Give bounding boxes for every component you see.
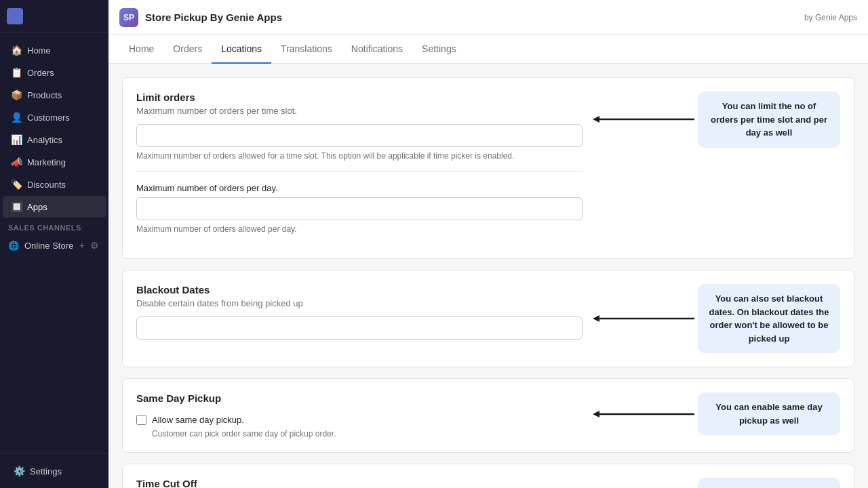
tab-orders[interactable]: Orders: [163, 35, 212, 64]
max-orders-day-hint: Maximum number of orders allowed per day…: [136, 224, 583, 234]
discounts-icon: 🏷️: [11, 179, 22, 190]
sales-channels-label: Sales channels: [8, 224, 81, 232]
sidebar-item-marketing[interactable]: 📣 Marketing: [3, 151, 106, 173]
same-day-tooltip-container: You can enable same day pickup as well: [589, 392, 840, 435]
blackout-dates-main: Blackout Dates Disable certain dates fro…: [136, 284, 583, 350]
blackout-dates-input[interactable]: [136, 317, 583, 340]
sidebar-footer: ⚙️ Settings: [0, 453, 108, 488]
orders-icon: 📋: [11, 67, 22, 78]
online-store-icon: 🌐: [8, 241, 19, 251]
limit-orders-tooltip-container: You can limit the no of orders per time …: [589, 92, 840, 148]
home-icon: 🏠: [11, 45, 22, 56]
sidebar-label-apps: Apps: [27, 202, 47, 212]
max-orders-day-input[interactable]: [136, 197, 583, 220]
sidebar: 🏠 Home 📋 Orders 📦 Products 👤 Customers 📊…: [0, 0, 108, 488]
topbar: SP Store Pickup By Genie Apps by Genie A…: [108, 0, 868, 35]
tab-home[interactable]: Home: [119, 35, 163, 64]
add-channel-button[interactable]: +: [78, 239, 86, 252]
tab-translations-label: Translations: [281, 43, 332, 54]
sales-channels-section: Sales channels: [0, 218, 108, 235]
time-cut-off-title: Time Cut Off: [136, 478, 583, 488]
time-cut-off-tooltip: You can also set time cut off. It means …: [698, 478, 840, 488]
sidebar-label-orders: Orders: [27, 68, 54, 78]
sidebar-item-products[interactable]: 📦 Products: [3, 84, 106, 106]
limit-orders-subtitle: Maximum number of orders per time slot.: [136, 106, 583, 116]
blackout-dates-subtitle: Disable certain dates from being picked …: [136, 298, 583, 308]
settings-icon: ⚙️: [14, 466, 24, 476]
tab-locations[interactable]: Locations: [212, 35, 271, 64]
max-orders-day-label: Maximum number of orders per day.: [136, 183, 583, 193]
customers-icon: 👤: [11, 112, 22, 123]
sidebar-item-apps[interactable]: 🔲 Apps: [3, 196, 106, 218]
sidebar-nav: 🏠 Home 📋 Orders 📦 Products 👤 Customers 📊…: [0, 33, 108, 453]
time-cut-off-tooltip-container: You can also set time cut off. It means …: [589, 478, 840, 488]
sidebar-item-discounts[interactable]: 🏷️ Discounts: [3, 174, 106, 195]
sidebar-item-home[interactable]: 🏠 Home: [3, 39, 106, 61]
same-day-tooltip: You can enable same day pickup as well: [698, 392, 840, 435]
same-day-checkbox[interactable]: [136, 415, 146, 425]
tab-translations[interactable]: Translations: [271, 35, 342, 64]
same-day-arrow: [589, 404, 698, 424]
sidebar-label-products: Products: [27, 90, 62, 100]
same-day-checkbox-row: Allow same day pickup.: [136, 415, 583, 425]
shopify-logo-icon: [7, 8, 23, 24]
same-day-pickup-main: Same Day Pickup Allow same day pickup. C…: [136, 392, 583, 439]
app-logo: SP: [119, 8, 138, 27]
blackout-dates-tooltip-container: You can also set blackout dates. On blac…: [589, 284, 840, 353]
tab-nav: Home Orders Locations Translations Notif…: [108, 35, 868, 64]
blackout-dates-arrow: [589, 308, 698, 329]
main-area: SP Store Pickup By Genie Apps by Genie A…: [108, 0, 868, 488]
limit-orders-card: Limit orders Maximum number of orders pe…: [122, 77, 854, 259]
max-orders-day-group: Maximum number of orders allowed per day…: [136, 197, 583, 234]
analytics-icon: 📊: [11, 134, 22, 145]
sidebar-logo: [0, 0, 108, 33]
content-area: Limit orders Maximum number of orders pe…: [108, 64, 868, 488]
limit-orders-main: Limit orders Maximum number of orders pe…: [136, 92, 583, 245]
channel-settings-button[interactable]: ⚙: [89, 239, 100, 252]
tab-notifications-label: Notifications: [351, 43, 403, 54]
by-label: by Genie Apps: [804, 13, 857, 22]
blackout-dates-title: Blackout Dates: [136, 284, 583, 296]
same-day-pickup-title: Same Day Pickup: [136, 392, 583, 404]
tab-orders-label: Orders: [173, 43, 202, 54]
sidebar-label-settings: Settings: [30, 466, 62, 476]
blackout-dates-tooltip: You can also set blackout dates. On blac…: [698, 284, 840, 353]
sidebar-label-analytics: Analytics: [27, 135, 62, 145]
same-day-pickup-card: Same Day Pickup Allow same day pickup. C…: [122, 378, 854, 453]
tab-notifications[interactable]: Notifications: [342, 35, 412, 64]
limit-orders-title: Limit orders: [136, 92, 583, 103]
card-divider: [136, 171, 583, 172]
svg-marker-5: [593, 411, 599, 418]
time-cut-off-main: Time Cut Off Allow time cut off. Order w…: [136, 478, 583, 488]
limit-orders-tooltip: You can limit the no of orders per time …: [698, 92, 840, 148]
sidebar-label-marketing: Marketing: [27, 157, 66, 167]
sidebar-item-customers[interactable]: 👤 Customers: [3, 106, 106, 128]
app-logo-text: SP: [123, 13, 134, 22]
sidebar-item-orders[interactable]: 📋 Orders: [3, 62, 106, 83]
max-orders-slot-input[interactable]: [136, 124, 583, 147]
tab-settings[interactable]: Settings: [412, 35, 466, 64]
products-icon: 📦: [11, 89, 22, 100]
sidebar-label-customers: Customers: [27, 113, 70, 123]
svg-marker-3: [593, 315, 599, 322]
sidebar-label-discounts: Discounts: [27, 180, 66, 190]
topbar-left: SP Store Pickup By Genie Apps: [119, 8, 282, 27]
sidebar-item-analytics[interactable]: 📊 Analytics: [3, 129, 106, 150]
app-title: Store Pickup By Genie Apps: [145, 12, 282, 23]
limit-orders-arrow: [589, 109, 698, 129]
sidebar-online-store[interactable]: 🌐 Online Store + ⚙: [0, 235, 108, 256]
time-cut-off-card: Time Cut Off Allow time cut off. Order w…: [122, 464, 854, 488]
max-orders-slot-hint: Maximum number of orders allowed for a t…: [136, 151, 583, 161]
same-day-checkbox-label: Allow same day pickup.: [152, 415, 244, 425]
tab-locations-label: Locations: [221, 43, 262, 54]
apps-icon: 🔲: [11, 201, 22, 212]
marketing-icon: 📣: [11, 157, 22, 167]
tab-settings-label: Settings: [422, 43, 456, 54]
same-day-checkbox-hint: Customer can pick order same day of pick…: [152, 429, 583, 439]
sidebar-item-settings[interactable]: ⚙️ Settings: [5, 460, 103, 482]
svg-marker-1: [593, 116, 599, 123]
sidebar-label-home: Home: [27, 45, 51, 56]
blackout-dates-input-group: [136, 317, 583, 340]
tab-home-label: Home: [129, 43, 154, 54]
blackout-dates-card: Blackout Dates Disable certain dates fro…: [122, 270, 854, 367]
